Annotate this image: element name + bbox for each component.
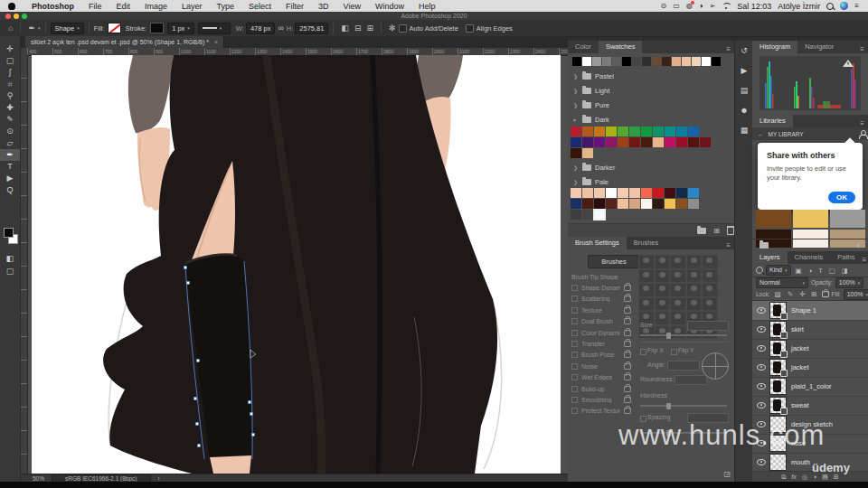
- wifi-icon[interactable]: [722, 3, 731, 10]
- visibility-eye-icon[interactable]: [757, 307, 766, 314]
- swatch[interactable]: [618, 127, 628, 136]
- swatch[interactable]: [629, 188, 640, 198]
- brush-option-texture[interactable]: Texture: [568, 305, 637, 315]
- swatch[interactable]: [682, 57, 691, 66]
- lock-icon[interactable]: [624, 363, 631, 370]
- invite-person-icon[interactable]: [858, 130, 866, 138]
- flip-x-checkbox[interactable]: [640, 349, 646, 355]
- menu-image[interactable]: Image: [137, 2, 175, 11]
- lock-icon[interactable]: [624, 285, 631, 291]
- menubar-account[interactable]: Atölye İzmir: [778, 2, 820, 11]
- visibility-eye-icon[interactable]: [757, 364, 766, 371]
- swatch[interactable]: [571, 188, 581, 198]
- shape-width-input[interactable]: 478 px: [246, 23, 276, 34]
- swatch[interactable]: [606, 127, 617, 136]
- record-icon[interactable]: ⊙: [660, 2, 666, 10]
- swatch[interactable]: [641, 127, 652, 136]
- swatch[interactable]: [594, 137, 605, 147]
- brush-option-dual-brush[interactable]: Dual Brush: [568, 316, 637, 327]
- foreground-color-swatch[interactable]: [4, 228, 14, 238]
- panel-resize-icon[interactable]: ◲: [723, 470, 731, 478]
- swatch[interactable]: [592, 57, 601, 66]
- marquee-tool[interactable]: ▢: [0, 55, 20, 67]
- size-slider[interactable]: [640, 334, 727, 336]
- display-icon[interactable]: ▭: [673, 2, 680, 10]
- swatch[interactable]: [571, 210, 581, 220]
- swatch[interactable]: [582, 199, 593, 209]
- library-group-icon[interactable]: [760, 242, 769, 249]
- swatch[interactable]: [571, 148, 581, 158]
- brush-tip-thumbnail[interactable]: [638, 255, 655, 269]
- size-value-field[interactable]: [687, 321, 729, 331]
- stroke-swatch[interactable]: [150, 23, 164, 33]
- layer-row[interactable]: jacket: [752, 358, 868, 378]
- close-window-button[interactable]: [5, 14, 11, 19]
- swatch[interactable]: [688, 199, 699, 209]
- notes-panel-icon[interactable]: ▦: [735, 125, 753, 136]
- layer-thumbnail[interactable]: [770, 341, 786, 356]
- option-checkbox[interactable]: [571, 397, 578, 403]
- adjustment-layer-icon[interactable]: ◑: [813, 474, 816, 480]
- panel-menu-icon[interactable]: ≡: [726, 45, 734, 53]
- lasso-tool[interactable]: ʃ: [0, 67, 20, 79]
- brush-tool[interactable]: ✎: [0, 114, 20, 126]
- layer-name[interactable]: jacket: [791, 363, 809, 371]
- filter-shape-icon[interactable]: ▢: [827, 267, 837, 275]
- swatch[interactable]: [618, 137, 628, 147]
- swatch[interactable]: [676, 188, 687, 198]
- back-icon[interactable]: ←: [758, 131, 764, 137]
- lock-all-icon[interactable]: [822, 291, 829, 297]
- swatch[interactable]: [606, 137, 617, 147]
- menu-type[interactable]: Type: [210, 2, 242, 11]
- library-color-swatch[interactable]: [756, 210, 791, 228]
- option-checkbox[interactable]: [571, 374, 578, 380]
- brush-tip-thumbnail[interactable]: [686, 255, 703, 269]
- character-panel-icon[interactable]: ☻: [735, 105, 753, 117]
- tab-libraries[interactable]: Libraries: [752, 115, 793, 127]
- swatch[interactable]: [688, 188, 699, 198]
- add-content-icon[interactable]: ＋: [854, 240, 862, 250]
- brush-tip-thumbnail[interactable]: [686, 283, 703, 297]
- lock-icon[interactable]: [624, 386, 631, 392]
- layer-name[interactable]: sweat: [791, 401, 809, 409]
- filter-search-icon[interactable]: [756, 267, 763, 274]
- layer-row[interactable]: skirt: [752, 320, 868, 340]
- lock-artboard-icon[interactable]: ⊞: [809, 290, 818, 298]
- swatch[interactable]: [594, 199, 605, 209]
- layer-name[interactable]: skirt: [791, 325, 804, 333]
- swatch[interactable]: [571, 127, 581, 136]
- visibility-eye-icon[interactable]: [757, 326, 766, 333]
- path-arrangement-icon[interactable]: ⊞: [364, 23, 377, 33]
- visibility-eye-icon[interactable]: [757, 402, 766, 408]
- lock-icon[interactable]: [624, 408, 631, 414]
- lock-icon[interactable]: [624, 397, 631, 403]
- type-tool[interactable]: T: [0, 161, 20, 173]
- option-checkbox[interactable]: [571, 296, 578, 302]
- apple-menu-icon[interactable]: [8, 3, 15, 10]
- swatch[interactable]: [582, 127, 593, 136]
- brush-tip-thumbnail[interactable]: [638, 283, 655, 297]
- brush-tip-thumbnail[interactable]: [655, 255, 671, 269]
- zoom-level[interactable]: 50%: [33, 475, 44, 482]
- library-name[interactable]: MY LIBRARY: [769, 131, 804, 137]
- brush-option-wet-edges[interactable]: Wet Edges: [568, 372, 637, 383]
- brush-option-scattering[interactable]: Scattering: [568, 294, 637, 305]
- swatch[interactable]: [653, 137, 664, 147]
- brush-option-color-dynamics[interactable]: Color Dynamics: [568, 327, 637, 338]
- swatch[interactable]: [712, 57, 721, 66]
- battery-icon[interactable]: ◑: [699, 2, 703, 10]
- swatch[interactable]: [632, 57, 641, 66]
- swatch[interactable]: [641, 188, 652, 198]
- menu-window[interactable]: Window: [368, 2, 411, 11]
- canvas-area[interactable]: 4005006007008009001000110012001300140015…: [20, 48, 568, 474]
- actions-panel-icon[interactable]: ▶: [735, 65, 753, 77]
- stroke-width-select[interactable]: 1 px▾: [167, 23, 194, 34]
- swatch[interactable]: [662, 57, 671, 66]
- menu-help[interactable]: Help: [411, 2, 443, 11]
- link-dimensions-icon[interactable]: ∞: [275, 23, 286, 33]
- layer-row[interactable]: jacket: [752, 339, 868, 359]
- lock-pixels-icon[interactable]: ✎: [786, 290, 795, 298]
- layer-name[interactable]: plaid_1_color: [791, 382, 832, 390]
- brush-option-shape-dynamics[interactable]: Shape Dynamics: [568, 282, 637, 293]
- filter-adjustment-icon[interactable]: ◑: [807, 267, 815, 275]
